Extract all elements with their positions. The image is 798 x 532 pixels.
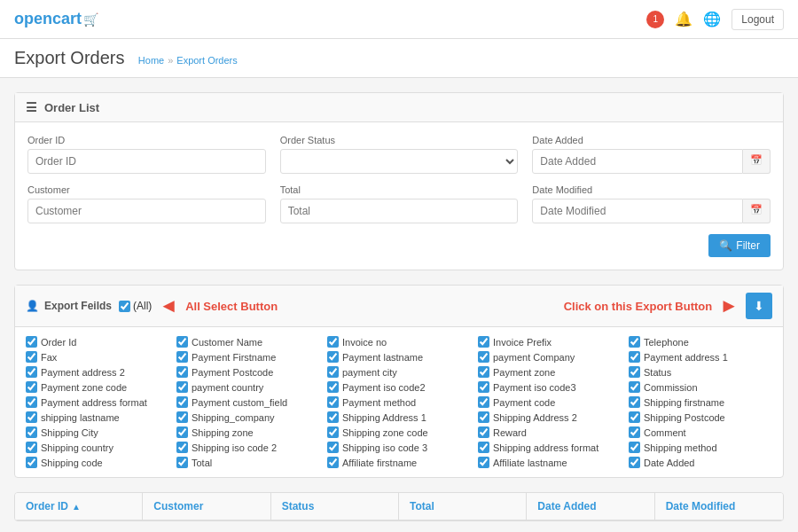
field-checkbox[interactable] [629,366,640,378]
export-icon: 👤 [26,300,39,312]
order-list-body: Order ID Order Status Date Added 📅 [15,122,783,270]
order-id-label: Order ID [27,135,266,145]
customer-input[interactable] [27,199,266,223]
checkbox-item: Affiliate firstname [327,457,471,468]
date-modified-input[interactable] [532,199,743,223]
field-label: Shipping method [644,442,717,453]
checkbox-item: Shipping iso code 3 [327,442,471,453]
field-checkbox[interactable] [629,457,640,468]
breadcrumb-export-orders[interactable]: Export Orders [176,55,237,66]
checkbox-item: Shipping firstname [629,396,772,408]
field-label: Shipping_company [192,412,275,423]
export-heading-label: 👤 Export Feilds [26,300,112,312]
total-input[interactable] [280,199,519,223]
checkbox-item: Date Added [629,457,772,468]
field-checkbox[interactable] [478,457,489,468]
export-fields-panel: 👤 Export Feilds (All) ◄ All Select Butto… [14,285,784,478]
field-checkbox[interactable] [478,396,489,408]
field-checkbox[interactable] [327,381,339,393]
field-checkbox[interactable] [478,336,489,348]
field-checkbox[interactable] [176,396,188,408]
field-checkbox[interactable] [629,442,640,453]
field-checkbox[interactable] [629,411,640,423]
field-checkbox[interactable] [327,396,339,408]
field-checkbox[interactable] [629,426,640,438]
field-checkbox[interactable] [478,366,489,378]
field-checkbox[interactable] [26,457,37,468]
table-column-header: Date Added [527,493,654,520]
checkbox-item: Payment zone code [26,381,169,393]
filter-row-2: Customer Total Date Modified 📅 [27,184,771,223]
checkbox-item: payment country [176,381,320,393]
field-checkbox[interactable] [478,411,489,423]
bell-icon[interactable]: 🔔 [675,11,692,27]
field-checkbox[interactable] [327,426,339,438]
field-checkbox[interactable] [26,366,37,378]
total-label: Total [280,184,519,195]
order-status-select[interactable] [280,149,519,174]
field-checkbox[interactable] [327,442,339,453]
field-checkbox[interactable] [327,457,339,468]
field-checkbox[interactable] [327,351,339,363]
date-added-group: Date Added 📅 [532,135,771,174]
field-label: Payment code [493,397,555,408]
table-column-header: Status [271,493,399,520]
date-added-calendar-icon[interactable]: 📅 [743,149,771,174]
order-id-input[interactable] [27,149,266,174]
field-checkbox[interactable] [629,336,640,348]
field-checkbox[interactable] [478,351,489,363]
field-label: Affiliate firstname [342,458,417,468]
logout-button[interactable]: Logout [732,9,784,30]
field-checkbox[interactable] [629,351,640,363]
field-label: Reward [493,427,527,438]
checkbox-item: Shipping code [26,457,169,468]
field-label: payment Company [493,352,575,363]
checkbox-item: Shipping_company [176,411,320,423]
filter-actions: 🔍 Filter [27,234,771,257]
field-label: Payment address 2 [41,367,125,378]
notification-icon[interactable]: 1 [646,11,664,28]
checkbox-item: Status [629,366,772,378]
table-header-row: Order ID▲CustomerStatusTotalDate AddedDa… [15,493,783,520]
column-label: Customer [153,500,203,512]
field-checkbox[interactable] [176,411,188,423]
field-checkbox[interactable] [176,442,188,453]
field-checkbox[interactable] [176,366,188,378]
column-label: Total [410,500,434,512]
field-checkbox[interactable] [327,366,339,378]
field-label: Shipping firstname [644,397,724,408]
field-checkbox[interactable] [176,351,188,363]
field-checkbox[interactable] [26,351,37,363]
breadcrumb-home[interactable]: Home [138,55,164,66]
field-label: Invoice no [342,337,387,348]
world-icon[interactable]: 🌐 [703,11,721,27]
field-checkbox[interactable] [176,336,188,348]
date-added-input[interactable] [532,149,743,174]
select-all-checkbox[interactable] [119,301,130,312]
field-checkbox[interactable] [478,426,489,438]
checkbox-item: Shipping address format [478,442,622,453]
field-checkbox[interactable] [26,411,37,423]
order-status-group: Order Status [280,135,519,174]
field-checkbox[interactable] [629,381,640,393]
table-column-header[interactable]: Order ID▲ [15,493,143,520]
field-checkbox[interactable] [478,381,489,393]
field-checkbox[interactable] [26,381,37,393]
filter-button[interactable]: 🔍 Filter [708,234,771,257]
field-checkbox[interactable] [176,426,188,438]
field-checkbox[interactable] [26,336,37,348]
field-label: Commission [644,382,698,393]
checkbox-item: Shipping method [629,442,772,453]
field-checkbox[interactable] [176,457,188,468]
field-checkbox[interactable] [26,426,37,438]
export-button[interactable]: ⬇ [746,293,772,319]
field-checkbox[interactable] [327,411,339,423]
field-checkbox[interactable] [26,442,37,453]
checkbox-item: Payment lastname [327,351,471,363]
field-checkbox[interactable] [176,381,188,393]
field-checkbox[interactable] [478,442,489,453]
field-checkbox[interactable] [26,396,37,408]
date-modified-calendar-icon[interactable]: 📅 [743,199,771,223]
field-checkbox[interactable] [629,396,640,408]
field-checkbox[interactable] [327,336,339,348]
